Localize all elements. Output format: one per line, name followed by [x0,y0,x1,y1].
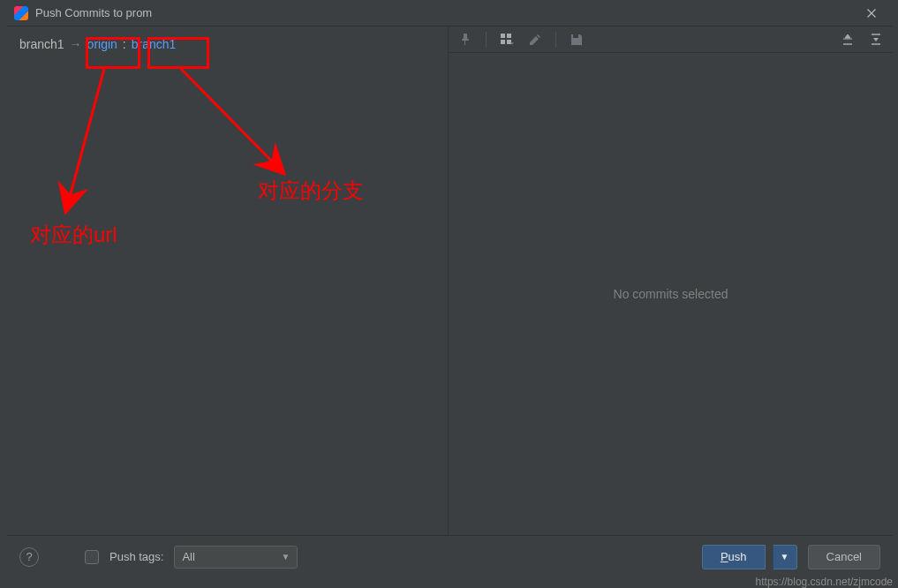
preview-toolbar [449,26,893,53]
svg-rect-2 [501,40,505,44]
cancel-button[interactable]: Cancel [808,545,880,569]
svg-rect-3 [507,40,511,44]
toolbar-separator [555,32,556,48]
content-area: branch1 → origin : branch1 [7,26,893,535]
pin-icon[interactable] [457,32,473,48]
toolbar-separator [486,32,487,48]
collapse-icon[interactable] [868,32,884,48]
svg-rect-0 [501,34,505,38]
watermark: https://blog.csdn.net/zjmcode [756,576,893,588]
close-button[interactable] [857,3,886,24]
preview-empty: No commits selected [449,53,893,535]
push-tags-combo[interactable]: All ▼ [174,546,298,569]
local-branch: branch1 [19,37,64,51]
empty-message: No commits selected [614,287,728,301]
push-dropdown[interactable]: ▼ [773,545,797,569]
app-icon [14,6,28,20]
help-button[interactable]: ? [19,547,39,567]
dialog-footer: ? Push tags: All ▼ Push ▼ Cancel [7,535,893,577]
save-icon[interactable] [569,32,585,48]
combo-value: All [182,550,194,563]
branch-mapping[interactable]: branch1 → origin : branch1 [19,37,435,51]
remote-branch[interactable]: branch1 [132,37,177,51]
arrow-icon: → [70,37,82,51]
push-tags-label: Push tags: [109,550,163,563]
push-dialog: Push Commits to prom branch1 → origin : … [7,0,893,577]
push-label-rest: ush [728,550,747,563]
chevron-down-icon: ▼ [282,552,291,562]
grid-icon[interactable] [499,32,515,48]
dialog-title: Push Commits to prom [35,6,152,19]
colon: : [123,37,126,51]
svg-rect-5 [573,34,578,38]
expand-icon[interactable] [840,32,856,48]
svg-rect-1 [507,34,511,38]
push-button[interactable]: Push [702,545,766,569]
push-tags-checkbox[interactable] [85,550,99,564]
commits-pane: branch1 → origin : branch1 [7,26,449,535]
titlebar: Push Commits to prom [7,0,893,26]
preview-pane: No commits selected [449,26,893,535]
edit-icon[interactable] [527,32,543,48]
remote-name[interactable]: origin [87,37,117,51]
